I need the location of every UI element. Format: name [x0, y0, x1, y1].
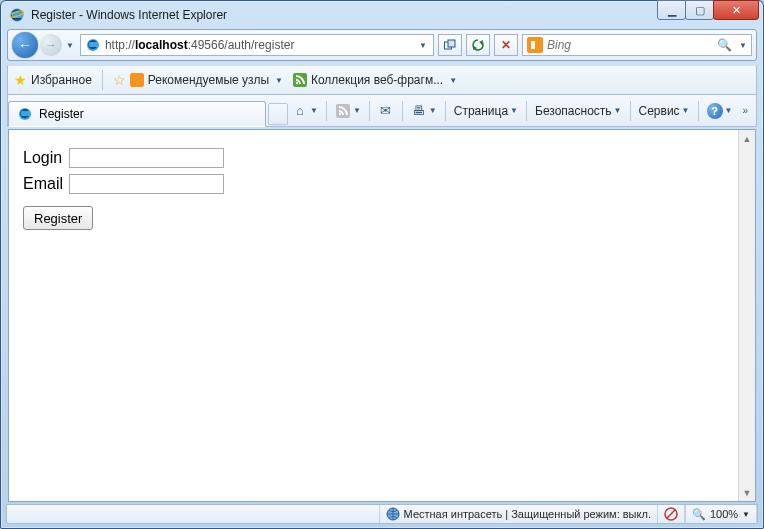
separator: [698, 101, 699, 121]
refresh-icon: [471, 38, 485, 52]
chevron-down-icon: ▼: [614, 106, 622, 115]
scroll-up-icon[interactable]: ▲: [739, 130, 755, 147]
command-bar: Register ⌂▼ ▼ ✉ 🖶▼ Страница▼ Безопасност…: [7, 95, 757, 127]
url-rest: :49566/auth/register: [188, 38, 295, 52]
chevron-down-icon: ▼: [449, 76, 457, 85]
bing-small-icon: [130, 73, 144, 87]
window-title: Register - Windows Internet Explorer: [31, 8, 227, 22]
tab-register[interactable]: Register: [8, 101, 266, 127]
svg-rect-5: [293, 73, 307, 87]
feeds-button[interactable]: ▼: [331, 101, 365, 121]
search-box[interactable]: 🔍 ▼: [522, 34, 752, 56]
zone-info[interactable]: Местная интрасеть | Защищенный режим: вы…: [380, 505, 658, 523]
page-menu-label: Страница: [454, 104, 508, 118]
overflow-chevron[interactable]: »: [738, 105, 752, 116]
help-icon: ?: [707, 103, 723, 119]
minimize-button[interactable]: ▁: [657, 0, 686, 20]
scroll-down-icon[interactable]: ▼: [739, 484, 755, 501]
mail-icon: ✉: [378, 103, 394, 119]
svg-line-12: [667, 510, 675, 518]
page-menu[interactable]: Страница▼: [450, 102, 522, 120]
read-mail-button[interactable]: ✉: [374, 101, 398, 121]
globe-icon: [386, 507, 400, 521]
close-button[interactable]: ✕: [713, 0, 759, 20]
chevron-down-icon: ▼: [310, 106, 318, 115]
chevron-down-icon: ▼: [742, 510, 750, 519]
separator: [630, 101, 631, 121]
nav-buttons: ← → ▼: [12, 32, 76, 58]
help-button[interactable]: ?▼: [703, 101, 737, 121]
url-text: http://localhost:49566/auth/register: [105, 36, 413, 54]
zoom-value: 100%: [710, 508, 738, 520]
suggested-sites-label: Рекомендуемые узлы: [148, 73, 269, 87]
nav-history-dropdown[interactable]: ▼: [64, 41, 76, 50]
chevron-down-icon: ▼: [353, 106, 361, 115]
url-host: localhost: [135, 38, 188, 52]
print-button[interactable]: 🖶▼: [407, 101, 441, 121]
separator: [102, 70, 103, 90]
search-button[interactable]: 🔍: [713, 38, 735, 52]
rss-slice-icon: [293, 73, 307, 87]
web-slice-gallery[interactable]: Коллекция веб-фрагм... ▼: [293, 73, 457, 87]
stop-button[interactable]: ✕: [494, 34, 518, 56]
address-bar[interactable]: http://localhost:49566/auth/register ▼: [80, 34, 434, 56]
svg-point-9: [339, 112, 341, 114]
vertical-scrollbar[interactable]: ▲ ▼: [738, 130, 755, 501]
ie-page-icon: [85, 37, 101, 53]
email-row: Email: [23, 174, 741, 194]
refresh-button[interactable]: [466, 34, 490, 56]
browser-window: Register - Windows Internet Explorer ▁ ▢…: [0, 0, 764, 529]
back-button[interactable]: ←: [12, 32, 38, 58]
maximize-button[interactable]: ▢: [685, 0, 714, 20]
suggested-sites[interactable]: ☆ Рекомендуемые узлы ▼: [113, 72, 283, 88]
star-outline-icon: ☆: [113, 72, 126, 88]
zoom-icon: 🔍: [692, 508, 706, 521]
separator: [526, 101, 527, 121]
home-icon: ⌂: [292, 103, 308, 119]
favorites-button[interactable]: ★ Избранное: [14, 72, 92, 88]
web-slice-label: Коллекция веб-фрагм...: [311, 73, 443, 87]
search-input[interactable]: [547, 38, 713, 52]
compat-view-button[interactable]: [438, 34, 462, 56]
bing-icon: [527, 37, 543, 53]
chevron-down-icon: ▼: [682, 106, 690, 115]
chevron-down-icon: ▼: [725, 106, 733, 115]
rss-icon: [335, 103, 351, 119]
tab-title: Register: [39, 107, 84, 121]
status-bar: Местная интрасеть | Защищенный режим: вы…: [6, 504, 758, 524]
security-menu-label: Безопасность: [535, 104, 612, 118]
zoom-control[interactable]: 🔍 100% ▼: [685, 505, 757, 523]
email-label: Email: [23, 175, 69, 193]
home-button[interactable]: ⌂▼: [288, 101, 322, 121]
chevron-down-icon: ▼: [275, 76, 283, 85]
email-input[interactable]: [69, 174, 224, 194]
zone-text: Местная интрасеть | Защищенный режим: вы…: [404, 508, 651, 520]
compat-icon: [443, 38, 457, 52]
ie-icon: [9, 7, 25, 23]
forward-button[interactable]: →: [40, 34, 62, 56]
separator: [369, 101, 370, 121]
separator: [326, 101, 327, 121]
tools-menu[interactable]: Сервис▼: [635, 102, 694, 120]
register-form: Login Email Register: [9, 130, 755, 248]
search-dropdown[interactable]: ▼: [735, 41, 751, 50]
favorites-bar: ★ Избранное ☆ Рекомендуемые узлы ▼ Колле…: [7, 65, 757, 95]
ie-page-icon: [17, 106, 33, 122]
register-button[interactable]: Register: [23, 206, 93, 230]
status-message: [7, 505, 380, 523]
chevron-down-icon: ▼: [510, 106, 518, 115]
navigation-bar: ← → ▼ http://localhost:49566/auth/regist…: [7, 29, 757, 61]
url-dropdown[interactable]: ▼: [413, 41, 433, 50]
svg-rect-8: [336, 104, 350, 118]
favorites-label: Избранное: [31, 73, 92, 87]
protected-mode-toggle[interactable]: [658, 505, 685, 523]
new-tab-button[interactable]: [268, 103, 288, 125]
security-menu[interactable]: Безопасность▼: [531, 102, 625, 120]
print-icon: 🖶: [411, 103, 427, 119]
window-controls: ▁ ▢ ✕: [658, 0, 759, 20]
titlebar: Register - Windows Internet Explorer ▁ ▢…: [1, 1, 763, 29]
content-area: Login Email Register ▲ ▼: [8, 129, 756, 502]
protected-off-icon: [664, 507, 678, 521]
login-row: Login: [23, 148, 741, 168]
login-input[interactable]: [69, 148, 224, 168]
